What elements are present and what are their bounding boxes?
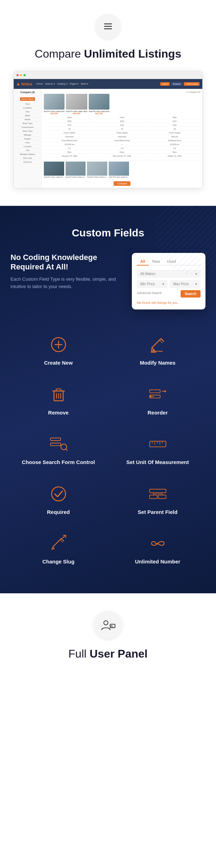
- feature-remove: Remove: [11, 377, 106, 423]
- modify-names-label: Modify Names: [140, 359, 176, 366]
- tab-new[interactable]: New: [149, 258, 163, 265]
- required-label: Required: [47, 509, 70, 516]
- max-price-field[interactable]: Max Price ▾: [170, 280, 201, 288]
- compare-car-2: Audi A4 4-door sedan silver $29,000: [66, 94, 87, 115]
- feature-set-unit: Set Unit Of Measurement: [110, 426, 205, 473]
- change-slug-label: Change Slug: [42, 558, 75, 565]
- feature-unlimited-number: Unlimited Number: [110, 526, 205, 572]
- nav-link-catalog[interactable]: Catalog ▾: [57, 83, 68, 85]
- tab-used[interactable]: Used: [163, 258, 180, 265]
- svg-line-12: [160, 340, 162, 343]
- search-control-icon: [50, 435, 67, 453]
- nav-logo: Vehica: [16, 82, 32, 86]
- sidebar-condition: Condition: [15, 106, 40, 110]
- browser-bar: [14, 71, 202, 79]
- parent-field-label: Set Parent Field: [138, 509, 177, 516]
- svg-line-50: [53, 547, 54, 549]
- compare-header-row: Audi A4 4-door sedan blue $33,000 Audi A…: [44, 94, 200, 115]
- svg-point-39: [52, 487, 66, 501]
- compare-heading-normal: Compare: [35, 47, 84, 60]
- slug-icon: [50, 535, 67, 552]
- compare-footer-4: Audi A4 4-door sedan or...: [109, 162, 129, 178]
- unlimited-number-label: Unlimited Number: [135, 558, 180, 565]
- compare-footer-3: Audi A4 4-door sedan or...: [87, 162, 107, 178]
- user-panel-icon: [100, 617, 116, 633]
- browser-dot-yellow: [20, 74, 22, 76]
- parent-field-icon: [149, 485, 167, 503]
- search-form-tabs: All New Used: [137, 258, 201, 266]
- min-price-field[interactable]: Min Price ▾: [137, 280, 168, 288]
- required-icon-wrap: [48, 483, 69, 504]
- svg-line-52: [62, 535, 66, 538]
- custom-fields-text: No Coding Knowledege Required At All! Ea…: [11, 253, 125, 290]
- compare-car-1: Audi A4 4-door sedan blue $33,000: [44, 94, 65, 115]
- create-new-label: Create New: [44, 359, 73, 366]
- compare-section: Compare Unlimited Listings Vehica Home S…: [0, 0, 216, 206]
- nav-link-pages[interactable]: Pages ▾: [70, 83, 79, 85]
- svg-rect-41: [149, 495, 157, 498]
- reorder-icon-wrap: [147, 384, 168, 405]
- sidebar-drive-info: Drive Info: [15, 156, 40, 160]
- feature-grid: Create New Modify Names: [11, 327, 205, 572]
- browser-dot-green: [23, 74, 26, 76]
- ruler-icon: [149, 435, 167, 453]
- custom-fields-title: Custom Fields: [11, 227, 205, 239]
- add-to-search-button[interactable]: Add to Search: [20, 97, 35, 101]
- search-form-control-icon-wrap: [48, 433, 69, 455]
- makes-field[interactable]: All Makes ▾: [137, 270, 201, 278]
- compare-col-2: Used 2019 Audi A4 4-door Sedan Automatic…: [96, 116, 148, 158]
- compare-footer-1: Audi A4 4-door sedan bl...: [44, 162, 64, 178]
- nav-register-btn[interactable]: Register: [171, 82, 182, 86]
- sidebar-engine: Engine: [15, 137, 40, 141]
- compare-heading: Compare Unlimited Listings: [7, 47, 209, 60]
- remove-icon-wrap: [48, 384, 69, 405]
- custom-fields-body: Each Custom Field Type is very flexible,…: [11, 276, 125, 291]
- feature-set-parent-field: Set Parent Field: [110, 476, 205, 523]
- create-new-icon-wrap: [48, 334, 69, 355]
- custom-fields-intro: No Coding Knowledege Required At All! Ea…: [11, 253, 205, 309]
- change-slug-icon-wrap: [48, 533, 69, 554]
- browser-nav-right: Log In Register + Add Listing: [160, 82, 200, 86]
- svg-line-47: [61, 539, 63, 541]
- compare-title: Compare (4): [15, 91, 40, 93]
- reorder-label: Reorder: [148, 409, 168, 416]
- feature-modify-names: Modify Names: [110, 327, 205, 373]
- compare-heading-bold: Unlimited Listings: [84, 47, 181, 60]
- nav-add-listing-btn[interactable]: + Add Listing: [184, 82, 200, 86]
- compare-link[interactable]: ≡ Compare (4): [44, 91, 200, 93]
- sidebar-year: Year: [15, 110, 40, 114]
- unlimited-number-icon-wrap: [147, 533, 168, 554]
- hamburger-icon: [103, 21, 113, 31]
- compare-main: ≡ Compare (4) Audi A4 4-door sedan blue …: [42, 89, 202, 188]
- feature-change-slug: Change Slug: [11, 526, 106, 572]
- price-row: Min Price ▾ Max Price ▾: [137, 280, 201, 288]
- svg-rect-19: [56, 389, 61, 391]
- svg-line-11: [151, 348, 152, 351]
- svg-rect-54: [110, 624, 115, 628]
- sidebar-mileage-opt: Mileage Options: [15, 152, 40, 156]
- feature-reorder: Reorder: [110, 377, 205, 423]
- compare-button[interactable]: Compare: [114, 181, 131, 186]
- sidebar-vin: VIN: [15, 149, 40, 152]
- browser-nav: Vehica Home Search ▾ Catalog ▾ Pages ▾ M…: [14, 79, 202, 89]
- nav-login-btn[interactable]: Log In: [160, 82, 170, 86]
- user-panel-heading: Full User Panel: [7, 647, 209, 660]
- feature-create-new: Create New: [11, 327, 106, 373]
- feature-search-form-control: Choose Search Form Control: [11, 426, 106, 473]
- user-panel-heading-bold: User Panel: [90, 647, 148, 660]
- advanced-search-label[interactable]: Advanced Search: [137, 291, 162, 295]
- nav-link-home[interactable]: Home: [36, 83, 43, 85]
- tab-all[interactable]: All: [137, 258, 149, 265]
- sidebar-model: Model: [15, 118, 40, 122]
- compare-footer-thumbs: Audi A4 4-door sedan bl... Audi A4 4-doo…: [44, 160, 200, 178]
- nav-link-search[interactable]: Search ▾: [45, 83, 55, 85]
- svg-line-51: [60, 540, 62, 542]
- svg-rect-29: [50, 438, 60, 440]
- sidebar-transmission: Transmission: [15, 125, 40, 129]
- nav-link-more[interactable]: More ▾: [81, 83, 88, 85]
- set-unit-icon-wrap: [147, 433, 168, 455]
- search-button[interactable]: Search: [181, 290, 201, 298]
- modify-names-icon-wrap: [147, 334, 168, 355]
- browser-dot-red: [16, 74, 19, 76]
- sidebar-drive-type: Drive Type: [15, 129, 40, 133]
